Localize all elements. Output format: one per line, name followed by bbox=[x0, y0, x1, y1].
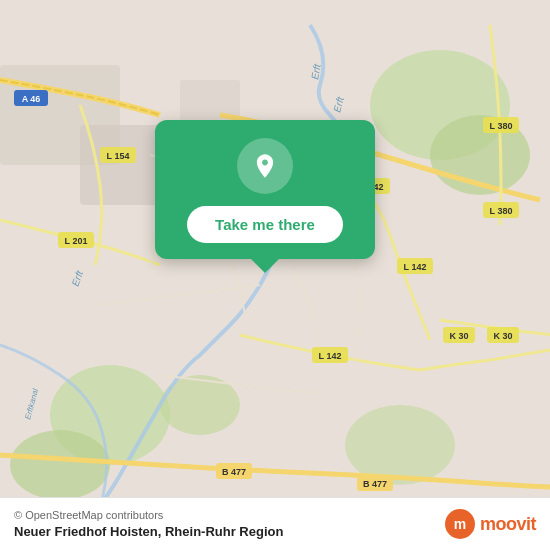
svg-rect-9 bbox=[180, 80, 240, 120]
location-pin-icon bbox=[251, 152, 279, 180]
osm-attribution: © OpenStreetMap contributors bbox=[14, 509, 283, 521]
map-background: A 46 B 477 B 477 B 477 L 154 L 201 L 142… bbox=[0, 0, 550, 550]
take-me-there-button[interactable]: Take me there bbox=[187, 206, 343, 243]
moovit-logo: m moovit bbox=[444, 508, 536, 540]
popup-card: Take me there bbox=[155, 120, 375, 259]
svg-text:L 380: L 380 bbox=[490, 206, 513, 216]
svg-text:K 30: K 30 bbox=[493, 331, 512, 341]
svg-text:L 380: L 380 bbox=[490, 121, 513, 131]
svg-text:K 30: K 30 bbox=[449, 331, 468, 341]
location-icon-wrap bbox=[237, 138, 293, 194]
svg-point-4 bbox=[10, 430, 110, 500]
svg-text:B 477: B 477 bbox=[222, 467, 246, 477]
location-name: Neuer Friedhof Hoisten, Rhein-Ruhr Regio… bbox=[14, 524, 283, 539]
bottom-bar: © OpenStreetMap contributors Neuer Fried… bbox=[0, 497, 550, 550]
moovit-brand-text: moovit bbox=[480, 514, 536, 535]
svg-text:L 142: L 142 bbox=[319, 351, 342, 361]
map-container: A 46 B 477 B 477 B 477 L 154 L 201 L 142… bbox=[0, 0, 550, 550]
moovit-logo-icon: m bbox=[444, 508, 476, 540]
svg-text:L 201: L 201 bbox=[65, 236, 88, 246]
svg-text:L 154: L 154 bbox=[107, 151, 130, 161]
svg-text:A 46: A 46 bbox=[22, 94, 41, 104]
svg-text:B 477: B 477 bbox=[363, 479, 387, 489]
bottom-left: © OpenStreetMap contributors Neuer Fried… bbox=[14, 509, 283, 539]
svg-text:L 142: L 142 bbox=[404, 262, 427, 272]
svg-text:m: m bbox=[454, 516, 466, 532]
